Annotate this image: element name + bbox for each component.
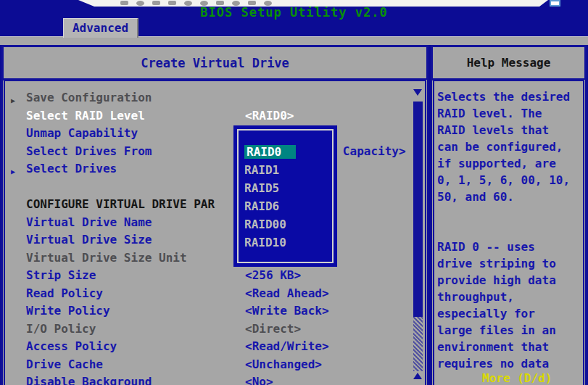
menu-item-label: Virtual Drive Size: [26, 233, 152, 247]
more-indicator: More (D/d): [482, 371, 552, 385]
menu-item-select-raid-level[interactable]: Select RAID Level <RAID0>: [5, 109, 425, 127]
submenu-arrow-icon: ▶: [11, 165, 15, 179]
bios-title: BIOS Setup Utility v2.0: [0, 5, 588, 20]
menu-item-access-policy[interactable]: Access Policy <Read/Write>: [5, 339, 425, 357]
dropdown-option-raid6[interactable]: RAID6: [233, 199, 337, 218]
toolbar-icon[interactable]: [136, 1, 144, 6]
menu-item-write-policy[interactable]: Write Policy <Write Back>: [5, 304, 425, 322]
toolbar-icon[interactable]: [232, 1, 240, 6]
menu-item-label: Virtual Drive Size Unit: [26, 251, 187, 265]
toolbar-icons: [120, 1, 272, 6]
scroll-down-icon[interactable]: [413, 89, 422, 96]
menu-item-value: <Read Ahead>: [245, 286, 329, 301]
menu-item-value: <Unchanged>: [245, 357, 322, 372]
menu-item-unmap-capability[interactable]: Unmap Capability: [5, 126, 425, 144]
menu-item-label: Virtual Drive Name: [26, 215, 152, 229]
menu-item-virtual-drive-size[interactable]: Virtual Drive Size: [5, 233, 425, 251]
menu-item-value: <Read/Write>: [245, 339, 329, 354]
menu-item-label: Select RAID Level: [26, 109, 145, 123]
window-button-icon[interactable]: [550, 0, 560, 7]
raid-level-dropdown: RAID0 RAID1 RAID5 RAID6 RAID00 RAID10: [233, 125, 337, 267]
menu-rows: ▶ Save Configuration Select RAID Level <…: [5, 81, 425, 385]
menu-item-label: Read Policy: [26, 286, 103, 300]
menu-item-virtual-drive-name[interactable]: Virtual Drive Name: [5, 215, 425, 233]
dropdown-option-raid00[interactable]: RAID00: [233, 218, 337, 236]
menu-item-label: Save Configuration: [26, 91, 152, 104]
tab-advanced[interactable]: Advanced: [63, 18, 138, 38]
menu-item-label: Strip Size: [26, 268, 96, 282]
menu-item-save-configuration[interactable]: ▶ Save Configuration: [5, 91, 425, 109]
dropdown-option-raid10[interactable]: RAID10: [233, 236, 337, 254]
menu-item-value: <Write Back>: [245, 304, 329, 318]
menu-item-value: <256 KB>: [245, 268, 301, 283]
menu-item-strip-size[interactable]: Strip Size <256 KB>: [5, 268, 425, 286]
menu-item-io-policy[interactable]: I/O Policy <Direct>: [5, 322, 425, 340]
toolbar-icon[interactable]: [264, 1, 272, 6]
toolbar-icon[interactable]: [168, 1, 176, 5]
menu-item-virtual-drive-size-unit[interactable]: Virtual Drive Size Unit: [5, 251, 425, 269]
page-title: Create Virtual Drive: [1, 45, 428, 80]
menu-item-value: <Direct>: [245, 322, 301, 336]
menu-item-read-policy[interactable]: Read Policy <Read Ahead>: [5, 286, 425, 305]
menu-item-disable-background[interactable]: Disable Background <No>: [5, 375, 425, 385]
toolbar-icon[interactable]: [200, 1, 208, 6]
toolbar-icon[interactable]: [120, 1, 128, 5]
dropdown-options: RAID0 RAID1 RAID5 RAID6 RAID00 RAID10: [233, 145, 337, 254]
section-heading-label: CONFIGURE VIRTUAL DRIVE PAR: [26, 197, 215, 211]
menu-item-select-drives-from[interactable]: Select Drives From <Unconfigured Capacit…: [5, 144, 425, 162]
dropdown-option-raid0[interactable]: RAID0: [233, 145, 337, 163]
toolbar-icon[interactable]: [184, 1, 192, 6]
scrollbar-thumb[interactable]: [413, 102, 423, 317]
help-panel-title: Help Message: [431, 45, 587, 80]
menu-item-select-drives[interactable]: ▶ Select Drives: [5, 162, 425, 180]
menu-item-label: Access Policy: [26, 339, 117, 353]
scroll-up-icon[interactable]: [413, 373, 422, 379]
menu-item-label: Unmap Capability: [26, 126, 138, 140]
scrollbar-track[interactable]: [413, 317, 423, 371]
submenu-arrow-icon: ▶: [11, 94, 15, 108]
menu-item-value: <RAID0>: [245, 109, 294, 123]
cropped-toolbar: [78, 0, 548, 7]
menu-item-label: Disable Background: [26, 375, 152, 385]
section-heading-configure-parameters: CONFIGURE VIRTUAL DRIVE PAR: [5, 197, 425, 215]
menu-item-label: Drive Cache: [26, 357, 103, 371]
menu-item-label: I/O Policy: [26, 322, 96, 336]
settings-menu-panel: ▶ Save Configuration Select RAID Level <…: [1, 79, 428, 385]
help-panel: Selects the desired RAID level. The RAID…: [431, 79, 587, 385]
toolbar-icon[interactable]: [216, 1, 224, 5]
menu-item-label: Write Policy: [26, 304, 110, 318]
menu-item-label: Select Drives From: [26, 144, 152, 158]
help-text: Selects the desired RAID level. The RAID…: [434, 81, 583, 373]
menu-spacer-row: [5, 180, 425, 198]
toolbar-icon[interactable]: [152, 1, 160, 5]
dropdown-option-raid5[interactable]: RAID5: [233, 181, 337, 199]
menu-item-label: Select Drives: [26, 162, 117, 175]
dropdown-option-raid1[interactable]: RAID1: [233, 163, 337, 181]
toolbar-icon[interactable]: [248, 1, 256, 5]
menu-item-drive-cache[interactable]: Drive Cache <Unchanged>: [5, 357, 425, 376]
menu-item-value: <No>: [245, 375, 273, 385]
